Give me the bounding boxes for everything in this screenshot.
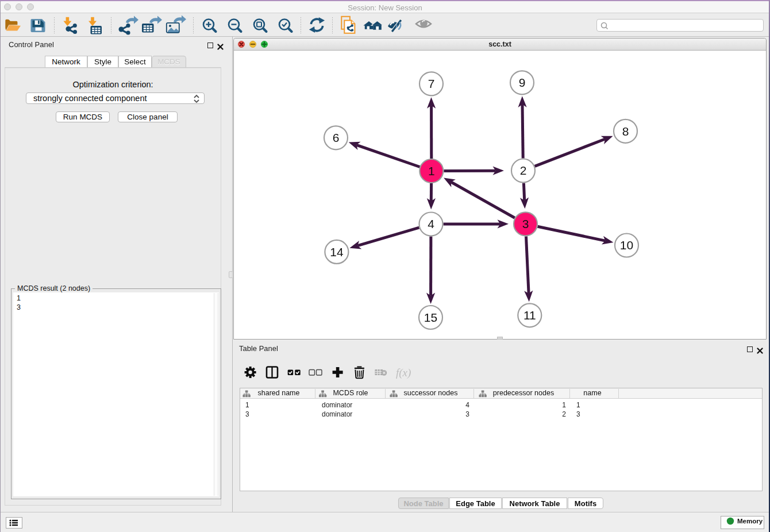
svg-text:15: 15: [424, 311, 437, 324]
svg-text:4: 4: [428, 217, 434, 230]
svg-text:7: 7: [428, 77, 435, 90]
svg-text:9: 9: [519, 76, 526, 89]
svg-text:3: 3: [522, 217, 529, 230]
svg-text:8: 8: [622, 125, 629, 138]
svg-text:10: 10: [620, 238, 633, 252]
svg-text:1: 1: [428, 164, 435, 178]
svg-text:11: 11: [523, 309, 536, 322]
svg-text:f(x): f(x): [396, 367, 411, 379]
svg-text:14: 14: [330, 245, 344, 259]
svg-text:6: 6: [333, 131, 340, 144]
svg-text:2: 2: [520, 164, 527, 177]
